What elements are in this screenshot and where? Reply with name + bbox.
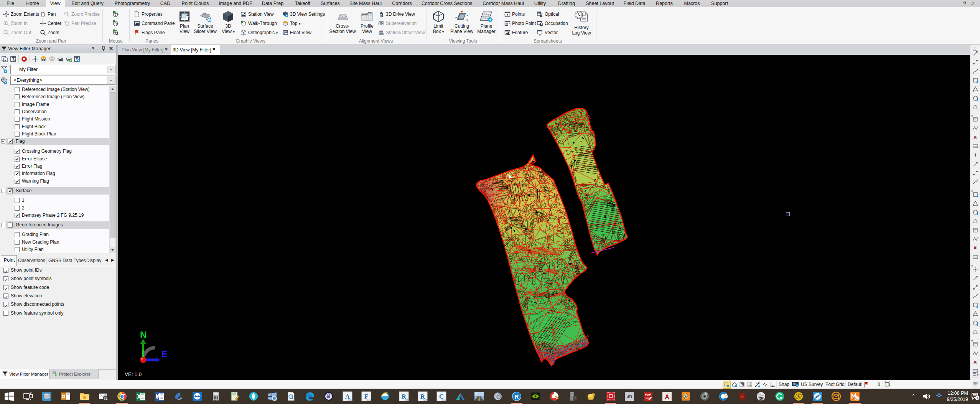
svg-text:CAD: CAD (423, 399, 428, 401)
svg-text:31: 31 (104, 397, 108, 401)
svg-text:4D: 4D (627, 394, 632, 399)
svg-text:CAD: CAD (367, 399, 371, 401)
svg-text:CAD: CAD (348, 399, 352, 401)
svg-text:R: R (515, 393, 519, 400)
svg-text:1: 1 (976, 396, 978, 400)
svg-text:CAD: CAD (405, 399, 409, 401)
svg-text:64: 64 (741, 395, 744, 398)
svg-text:Pro: Pro (759, 398, 763, 400)
svg-text:PDF: PDF (645, 393, 651, 396)
svg-text:A: A (973, 246, 977, 250)
svg-text:A: A (973, 135, 977, 140)
svg-text:0.1: 0.1 (756, 382, 759, 384)
svg-text:A: A (973, 360, 977, 364)
svg-text:CAD: CAD (442, 399, 446, 401)
